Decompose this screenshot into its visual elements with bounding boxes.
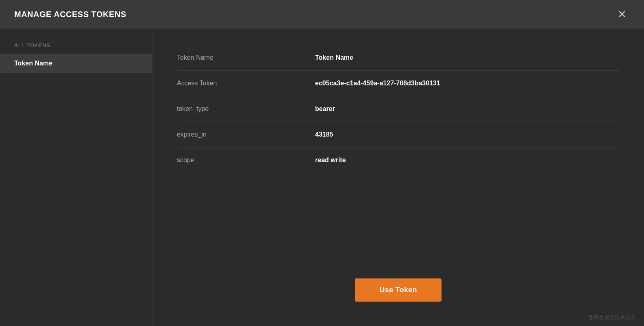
detail-label: token_type [177, 105, 315, 113]
watermark: @稀土掘金技术社区 [588, 314, 636, 321]
sidebar-item-token-name[interactable]: Token Name [0, 54, 152, 73]
detail-value: read write [315, 156, 346, 164]
detail-label: Access Token [177, 80, 315, 87]
close-button[interactable]: ✕ [614, 7, 630, 21]
dialog-header: MANAGE ACCESS TOKENS ✕ [0, 0, 644, 28]
detail-row: expires_in43185 [177, 122, 620, 148]
action-area: Use Token [177, 262, 620, 310]
detail-row: token_typebearer [177, 96, 620, 122]
manage-access-tokens-dialog: MANAGE ACCESS TOKENS ✕ ALL TOKENS Token … [0, 0, 644, 326]
detail-label: Token Name [177, 54, 315, 61]
content-area: Token NameToken NameAccess Tokenec05ca3e… [152, 28, 644, 326]
token-details: Token NameToken NameAccess Tokenec05ca3e… [177, 45, 620, 262]
detail-label: scope [177, 156, 315, 164]
detail-row: Token NameToken Name [177, 45, 620, 71]
detail-label: expires_in [177, 131, 315, 138]
use-token-button[interactable]: Use Token [355, 278, 441, 302]
detail-value: bearer [315, 105, 335, 113]
dialog-title: MANAGE ACCESS TOKENS [14, 10, 126, 19]
sidebar: ALL TOKENS Token Name [0, 28, 152, 326]
dialog-body: ALL TOKENS Token Name Token NameToken Na… [0, 28, 644, 326]
sidebar-section-label: ALL TOKENS [0, 37, 152, 54]
detail-value: Token Name [315, 54, 353, 61]
detail-value: 43185 [315, 131, 333, 138]
detail-row: scoperead write [177, 148, 620, 173]
detail-row: Access Tokenec05ca3e-c1a4-459a-a127-708d… [177, 71, 620, 96]
detail-value: ec05ca3e-c1a4-459a-a127-708d3ba30131 [315, 80, 440, 87]
